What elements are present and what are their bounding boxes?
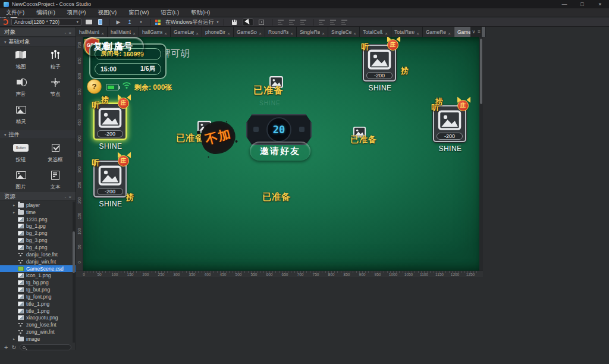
tab-close-icon[interactable] bbox=[196, 27, 199, 37]
menu-item[interactable]: 窗口(W) bbox=[128, 9, 149, 17]
resource-item[interactable]: tg_but.png bbox=[0, 286, 76, 293]
document-tab[interactable]: hallMainL bbox=[76, 27, 108, 37]
tab-close-icon[interactable] bbox=[164, 27, 167, 37]
menu-item[interactable]: 编辑(E) bbox=[36, 9, 55, 17]
player-seat-left-bottom[interactable]: 听 庄 -200 SHINE bbox=[93, 161, 128, 208]
tab-list-icon[interactable]: ≡ bbox=[478, 29, 481, 34]
document-tab[interactable]: TotalResul bbox=[391, 27, 423, 37]
document-tab[interactable]: hallGameL bbox=[139, 27, 171, 37]
tab-close-icon[interactable] bbox=[448, 27, 451, 37]
select-tool[interactable] bbox=[243, 18, 253, 26]
add-resource-button[interactable]: + bbox=[4, 344, 8, 351]
invite-friends-button[interactable]: 邀请好友 bbox=[250, 142, 310, 161]
help-icon[interactable]: ? bbox=[87, 79, 102, 94]
document-tab[interactable]: SingleResu bbox=[297, 27, 328, 37]
player-seat-top-right[interactable]: 听 庄 -200 SHINE bbox=[363, 45, 397, 92]
device-portrait-button[interactable] bbox=[96, 18, 104, 26]
tab-close-icon[interactable] bbox=[385, 27, 388, 37]
device-landscape-button[interactable] bbox=[84, 18, 93, 26]
resource-item[interactable]: tg_bg.png bbox=[0, 279, 76, 286]
tab-overflow-icon[interactable]: ∨ bbox=[472, 29, 475, 34]
publish-dropdown-icon[interactable]: ▾ bbox=[137, 18, 145, 26]
play-button[interactable]: ▶ bbox=[114, 18, 123, 26]
section-basic-objects[interactable]: 基础对象 bbox=[0, 37, 76, 46]
tab-close-icon[interactable] bbox=[416, 27, 419, 37]
menu-item[interactable]: 语言(L) bbox=[161, 9, 179, 17]
resource-item[interactable]: player bbox=[0, 202, 76, 209]
resource-item[interactable]: GameScene.csd bbox=[0, 265, 76, 272]
document-tab[interactable]: hallMainL bbox=[108, 27, 139, 37]
object-palette-item[interactable]: 精灵 bbox=[4, 103, 38, 125]
resource-item[interactable]: bg_4.png bbox=[0, 244, 76, 251]
document-tab[interactable]: TotalCell.c bbox=[360, 27, 391, 37]
resource-search-input[interactable] bbox=[20, 344, 71, 350]
menu-item[interactable]: 视图(V) bbox=[98, 9, 117, 17]
document-tab[interactable]: GameResu bbox=[423, 27, 454, 37]
player-avatar[interactable]: 听 庄 -200 bbox=[433, 105, 466, 142]
player-avatar[interactable]: 听 庄 -200 bbox=[363, 45, 396, 81]
canvas-vertical-scrollbar[interactable] bbox=[479, 37, 483, 271]
close-button[interactable]: × bbox=[591, 1, 609, 7]
document-tab[interactable]: GameScen bbox=[234, 27, 265, 37]
resource-item[interactable]: bg_1.jpg bbox=[0, 223, 76, 230]
tab-close-icon[interactable] bbox=[322, 27, 325, 37]
document-tab[interactable]: phoneBinc bbox=[202, 27, 234, 37]
align-center-button[interactable] bbox=[288, 18, 297, 26]
tab-close-icon[interactable] bbox=[227, 27, 230, 37]
player-seat-left-top[interactable]: 听 庄 -200 SHINE bbox=[93, 103, 128, 150]
section-controls[interactable]: 控件 bbox=[0, 130, 76, 139]
resource-item[interactable]: bg_2.png bbox=[0, 230, 76, 237]
fit-view-tool[interactable] bbox=[256, 18, 267, 26]
panel-float-icon[interactable] bbox=[65, 193, 66, 200]
resource-item[interactable]: image bbox=[0, 335, 76, 343]
align-right-button[interactable] bbox=[300, 18, 308, 26]
hand-tool[interactable] bbox=[229, 18, 240, 26]
resource-item[interactable]: bg_3.png bbox=[0, 237, 76, 244]
resource-item[interactable]: tg_font.png bbox=[0, 293, 76, 300]
run-on-windows-button[interactable]: 在Windows平台运行 bbox=[165, 18, 214, 26]
tab-close-icon[interactable] bbox=[133, 27, 136, 37]
resource-item[interactable]: zong_win.fnt bbox=[0, 328, 76, 335]
tab-close-icon[interactable] bbox=[353, 27, 356, 37]
run-dropdown-icon[interactable]: ▾ bbox=[217, 20, 219, 24]
document-tab[interactable]: GameLaye bbox=[171, 27, 202, 37]
resource-item[interactable]: title_1.png bbox=[0, 307, 76, 315]
align-left-button[interactable] bbox=[277, 18, 285, 26]
object-palette-item[interactable]: 声音 bbox=[4, 76, 38, 98]
resolution-select[interactable]: Android(1280 * 720) ▾ bbox=[11, 18, 81, 26]
menu-item[interactable]: 文件(F) bbox=[6, 9, 24, 17]
object-palette-item[interactable]: 按钮 bbox=[4, 141, 38, 164]
refresh-resources-button[interactable]: ↻ bbox=[11, 344, 16, 350]
resource-item[interactable]: xiaoguotu.png bbox=[0, 315, 76, 322]
player-avatar[interactable]: 听 庄 -200 bbox=[93, 161, 127, 197]
align-top-button[interactable] bbox=[318, 18, 327, 26]
object-palette-item[interactable]: 地图 bbox=[4, 48, 38, 71]
player-seat-right[interactable]: 听 庄 -200 SHINE bbox=[433, 105, 467, 153]
document-tab[interactable]: RoundRes bbox=[265, 27, 297, 37]
resource-item[interactable]: zong_lose.fnt bbox=[0, 321, 76, 328]
tab-close-icon[interactable] bbox=[101, 27, 104, 37]
align-middle-button[interactable] bbox=[329, 18, 338, 26]
resource-item[interactable]: danju_win.fnt bbox=[0, 258, 76, 265]
object-palette-item[interactable]: 图片 bbox=[4, 168, 38, 191]
menu-item[interactable]: 帮助(H) bbox=[191, 9, 210, 17]
minimize-button[interactable]: — bbox=[555, 1, 573, 7]
resources-scrollbar[interactable] bbox=[73, 202, 75, 343]
resource-item[interactable]: time bbox=[0, 209, 76, 216]
resource-item[interactable]: title_1.png bbox=[0, 300, 76, 307]
game-scene-canvas[interactable]: 房间号: 160999 15:00 1/6局 ? 剩余: 000张 听 庄 -2… bbox=[83, 37, 479, 271]
align-bottom-button[interactable] bbox=[341, 18, 349, 26]
menu-item[interactable]: 项目(P) bbox=[67, 9, 86, 17]
maximize-button[interactable]: □ bbox=[573, 1, 591, 7]
ready-button[interactable]: 准 备 bbox=[83, 37, 144, 56]
object-palette-item[interactable]: 文本 bbox=[38, 168, 73, 191]
resource-item[interactable]: danju_lose.fnt bbox=[0, 251, 76, 258]
object-palette-item[interactable]: 复选框 bbox=[38, 141, 73, 164]
resource-item[interactable]: 1231.png bbox=[0, 216, 76, 223]
document-tab[interactable]: SingleCell bbox=[328, 27, 360, 37]
object-palette-item[interactable]: 粒子 bbox=[38, 48, 73, 71]
tab-close-icon[interactable] bbox=[259, 27, 262, 37]
object-palette-item[interactable]: 节点 bbox=[38, 76, 73, 98]
player-avatar[interactable]: 听 庄 -200 bbox=[93, 103, 127, 140]
panel-float-icon[interactable] bbox=[65, 29, 66, 36]
